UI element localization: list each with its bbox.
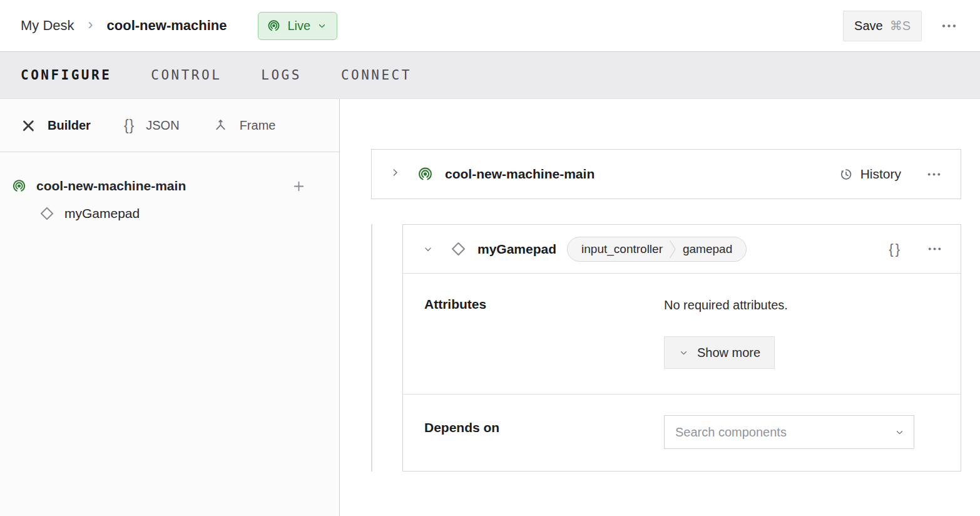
save-button[interactable]: Save ⌘S <box>843 11 922 41</box>
tree-component-name: myGamepad <box>64 206 140 221</box>
mode-tab-builder-label: Builder <box>48 118 91 133</box>
mode-tab-json-label: JSON <box>146 118 179 133</box>
configure-sidebar: Builder {} JSON Frame cool-new-machine-m… <box>0 99 340 516</box>
live-status-dropdown[interactable]: Live <box>258 12 337 40</box>
search-components-input[interactable] <box>664 415 914 449</box>
component-card: myGamepad input_controller gamepad {} <box>402 224 961 472</box>
more-dots-icon <box>927 241 942 257</box>
add-component-button[interactable] <box>291 178 307 194</box>
component-card-header: myGamepad input_controller gamepad {} <box>403 225 961 274</box>
tab-configure[interactable]: CONFIGURE <box>21 68 111 83</box>
show-more-button[interactable]: Show more <box>664 336 775 369</box>
save-button-label: Save <box>854 19 883 33</box>
machine-part-card: cool-new-machine-main History <box>371 149 961 199</box>
history-button[interactable]: History <box>839 167 901 182</box>
machine-more-menu-button[interactable] <box>941 18 957 34</box>
attributes-empty-message: No required attributes. <box>664 297 788 313</box>
breadcrumb-parent-link[interactable]: My Desk <box>21 18 74 34</box>
mode-tab-frame-label: Frame <box>240 118 276 133</box>
mode-tab-json[interactable]: {} JSON <box>124 117 180 134</box>
component-api-badge: input_controller gamepad <box>567 237 747 262</box>
part-card-title: cool-new-machine-main <box>445 167 595 182</box>
edit-json-button[interactable]: {} <box>889 241 902 257</box>
machine-tab-bar: CONFIGURE CONTROL LOGS CONNECT <box>0 51 980 99</box>
curly-braces-icon: {} <box>124 117 135 134</box>
component-diamond-icon <box>39 205 55 222</box>
depends-on-label: Depends on <box>424 415 664 471</box>
tab-control[interactable]: CONTROL <box>151 68 222 83</box>
depends-on-select[interactable] <box>664 415 914 449</box>
machine-name: cool-new-machine <box>107 18 227 34</box>
tab-logs[interactable]: LOGS <box>261 68 302 83</box>
sidebar-mode-tabs: Builder {} JSON Frame <box>0 99 339 152</box>
save-shortcut-hint: ⌘S <box>890 18 911 33</box>
api-type-badge: input_controller <box>568 242 669 256</box>
top-bar: My Desk › cool-new-machine Live Save ⌘S <box>0 0 980 51</box>
more-dots-icon <box>926 167 942 182</box>
more-dots-icon <box>941 18 957 34</box>
mode-tab-frame[interactable]: Frame <box>213 118 276 133</box>
breadcrumb-separator: › <box>88 16 93 33</box>
chevron-down-icon <box>317 21 327 31</box>
mode-tab-builder[interactable]: Builder <box>21 118 91 133</box>
builder-tools-icon <box>21 118 36 133</box>
tree-part-name: cool-new-machine-main <box>36 178 186 194</box>
curly-braces-icon: {} <box>889 241 902 257</box>
frame-axes-icon <box>213 118 228 133</box>
component-diamond-icon <box>450 240 467 257</box>
component-more-menu-button[interactable] <box>927 241 942 257</box>
tab-connect[interactable]: CONNECT <box>341 68 412 83</box>
tree-item-machine-part[interactable]: cool-new-machine-main <box>0 172 339 200</box>
part-children-group: myGamepad input_controller gamepad {} <box>371 224 961 472</box>
api-model-badge: gamepad <box>676 242 746 256</box>
collapse-chevron-down-icon[interactable] <box>422 244 434 255</box>
show-more-label: Show more <box>697 346 760 360</box>
component-title: myGamepad <box>477 242 556 257</box>
history-clock-icon <box>839 167 854 182</box>
live-status-label: Live <box>287 19 310 33</box>
chevron-down-icon <box>678 348 689 358</box>
live-status-icon <box>267 19 281 33</box>
machine-part-icon <box>11 178 27 194</box>
attributes-section: Attributes No required attributes. Show … <box>403 274 961 395</box>
breadcrumb: My Desk › cool-new-machine <box>21 17 227 34</box>
part-more-menu-button[interactable] <box>926 167 942 182</box>
plus-icon <box>291 178 307 194</box>
depends-on-section: Depends on <box>403 395 961 471</box>
tree-item-component[interactable]: myGamepad <box>0 200 339 227</box>
attributes-label: Attributes <box>424 297 664 394</box>
expand-chevron-right-icon[interactable] <box>390 168 403 180</box>
configure-main-panel: cool-new-machine-main History <box>340 99 980 516</box>
badge-divider-chevron <box>669 237 676 262</box>
resource-tree: cool-new-machine-main myGamepad <box>0 152 339 227</box>
history-button-label: History <box>860 167 901 182</box>
machine-part-icon <box>417 166 434 183</box>
